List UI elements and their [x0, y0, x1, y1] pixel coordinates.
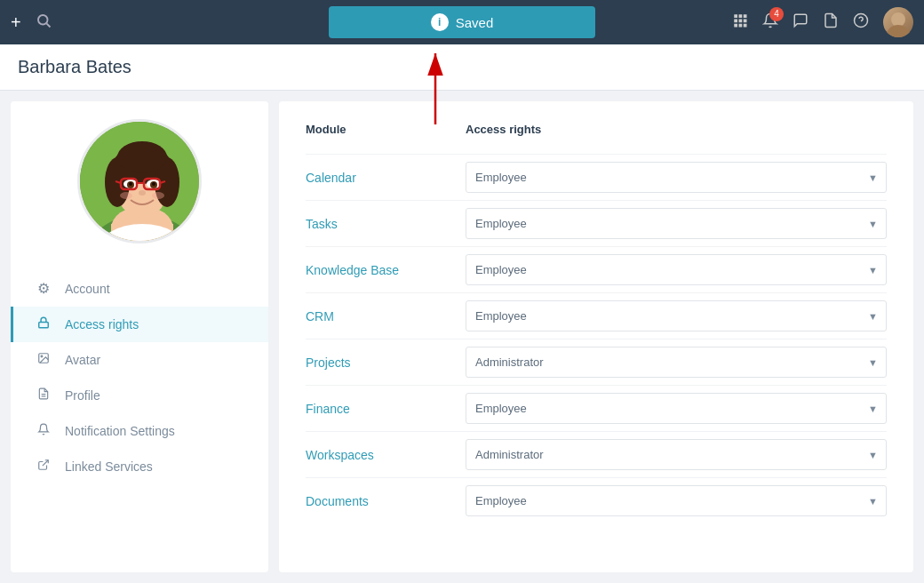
gear-icon: ⚙	[35, 280, 52, 297]
access-rights-select[interactable]: EmployeeAdministratorNone	[466, 208, 887, 239]
sidebar-item-avatar-label: Avatar	[65, 353, 100, 367]
access-table: Module Access rights CalendarEmployeeAdm…	[306, 123, 887, 523]
svg-rect-40	[39, 322, 49, 327]
table-row: CRMEmployeeAdministratorNone▼	[306, 292, 887, 339]
image-icon	[35, 352, 52, 368]
access-rights-select[interactable]: EmployeeAdministratorNone	[466, 393, 887, 424]
link-icon	[35, 459, 52, 475]
saved-text: Saved	[456, 15, 494, 30]
access-rights-select[interactable]: EmployeeAdministratorNone	[466, 485, 887, 516]
table-row: Knowledge BaseEmployeeAdministratorNone▼	[306, 246, 887, 292]
access-select-wrapper: EmployeeAdministratorNone▼	[466, 300, 887, 331]
svg-rect-2	[734, 14, 737, 18]
chat-icon[interactable]	[793, 12, 808, 33]
sidebar-nav: ⚙ Account Access rights	[11, 270, 268, 484]
notification-badge: 4	[769, 7, 784, 21]
svg-point-38	[120, 192, 132, 199]
sidebar-item-linked-services-label: Linked Services	[65, 459, 153, 474]
access-rights-select[interactable]: EmployeeAdministratorNone	[466, 347, 887, 378]
search-icon[interactable]	[36, 12, 52, 32]
saved-banner: i Saved	[329, 6, 595, 38]
main-layout: ⚙ Account Access rights	[0, 91, 924, 583]
access-rights-select[interactable]: EmployeeAdministratorNone	[466, 162, 887, 193]
sidebar-item-linked-services[interactable]: Linked Services	[11, 449, 268, 484]
module-name: Projects	[306, 348, 466, 377]
module-name: Finance	[306, 395, 466, 423]
svg-point-0	[38, 15, 48, 25]
sidebar-item-notification-settings[interactable]: Notification Settings	[11, 413, 268, 449]
notification-icon	[35, 423, 52, 439]
svg-rect-6	[739, 19, 743, 22]
svg-rect-7	[744, 19, 747, 22]
user-avatar	[77, 119, 202, 244]
svg-point-31	[152, 182, 155, 186]
profile-icon	[35, 387, 52, 403]
access-select-wrapper: EmployeeAdministratorNone▼	[466, 254, 887, 285]
sidebar-item-account-label: Account	[65, 282, 110, 296]
access-select-wrapper: EmployeeAdministratorNone▼	[466, 347, 887, 378]
table-row: DocumentsEmployeeAdministratorNone▼	[306, 477, 887, 523]
navbar-right: 4	[732, 7, 913, 37]
svg-point-14	[886, 25, 911, 37]
module-name: Documents	[306, 487, 466, 515]
svg-point-42	[41, 355, 43, 357]
svg-line-45	[43, 460, 48, 466]
module-name: CRM	[306, 302, 466, 331]
grid-icon[interactable]	[732, 12, 748, 33]
access-select-wrapper: EmployeeAdministratorNone▼	[466, 208, 887, 239]
svg-point-37	[139, 190, 146, 196]
svg-point-39	[152, 192, 164, 199]
access-select-wrapper: EmployeeAdministratorNone▼	[466, 439, 887, 470]
svg-rect-3	[739, 14, 743, 18]
bell-icon[interactable]: 4	[762, 12, 778, 33]
access-select-wrapper: EmployeeAdministratorNone▼	[466, 393, 887, 424]
module-name: Workspaces	[306, 441, 466, 469]
lock-icon	[35, 316, 52, 332]
module-name: Tasks	[306, 210, 466, 238]
svg-rect-5	[734, 19, 737, 22]
sidebar-item-access-rights[interactable]: Access rights	[11, 307, 268, 342]
add-button[interactable]: +	[11, 12, 21, 33]
table-row: CalendarEmployeeAdministratorNone▼	[306, 154, 887, 200]
access-select-wrapper: EmployeeAdministratorNone▼	[466, 485, 887, 516]
table-rows: CalendarEmployeeAdministratorNone▼TasksE…	[306, 154, 887, 523]
svg-point-30	[129, 182, 132, 186]
sidebar: ⚙ Account Access rights	[11, 101, 268, 572]
svg-rect-9	[739, 23, 743, 27]
sidebar-item-avatar[interactable]: Avatar	[11, 342, 268, 378]
svg-rect-4	[744, 14, 747, 18]
svg-point-13	[891, 12, 905, 27]
table-row: TasksEmployeeAdministratorNone▼	[306, 200, 887, 246]
module-name: Knowledge Base	[306, 256, 466, 284]
svg-point-25	[117, 141, 167, 173]
svg-line-1	[46, 23, 50, 27]
access-rights-select[interactable]: EmployeeAdministratorNone	[466, 300, 887, 331]
content-area: Module Access rights CalendarEmployeeAdm…	[279, 101, 913, 572]
svg-rect-8	[734, 23, 737, 27]
sidebar-item-account[interactable]: ⚙ Account	[11, 270, 268, 307]
info-icon: i	[431, 13, 449, 31]
sidebar-item-profile-label: Profile	[65, 388, 100, 403]
user-avatar-nav[interactable]	[883, 7, 913, 37]
module-name: Calendar	[306, 164, 466, 192]
help-icon[interactable]	[853, 12, 869, 33]
access-rights-select[interactable]: EmployeeAdministratorNone	[466, 439, 887, 470]
sidebar-item-access-rights-label: Access rights	[65, 317, 139, 331]
navbar-left: +	[11, 12, 52, 33]
table-row: FinanceEmployeeAdministratorNone▼	[306, 385, 887, 431]
svg-rect-10	[744, 23, 747, 27]
arrow-annotation	[338, 44, 533, 133]
access-select-wrapper: EmployeeAdministratorNone▼	[466, 162, 887, 193]
document-icon[interactable]	[823, 12, 839, 33]
access-rights-select[interactable]: EmployeeAdministratorNone	[466, 254, 887, 285]
table-row: ProjectsEmployeeAdministratorNone▼	[306, 339, 887, 385]
sidebar-item-notification-settings-label: Notification Settings	[65, 424, 175, 438]
navbar: + i Saved 4	[0, 0, 924, 44]
sidebar-item-profile[interactable]: Profile	[11, 378, 268, 413]
table-row: WorkspacesEmployeeAdministratorNone▼	[306, 431, 887, 477]
